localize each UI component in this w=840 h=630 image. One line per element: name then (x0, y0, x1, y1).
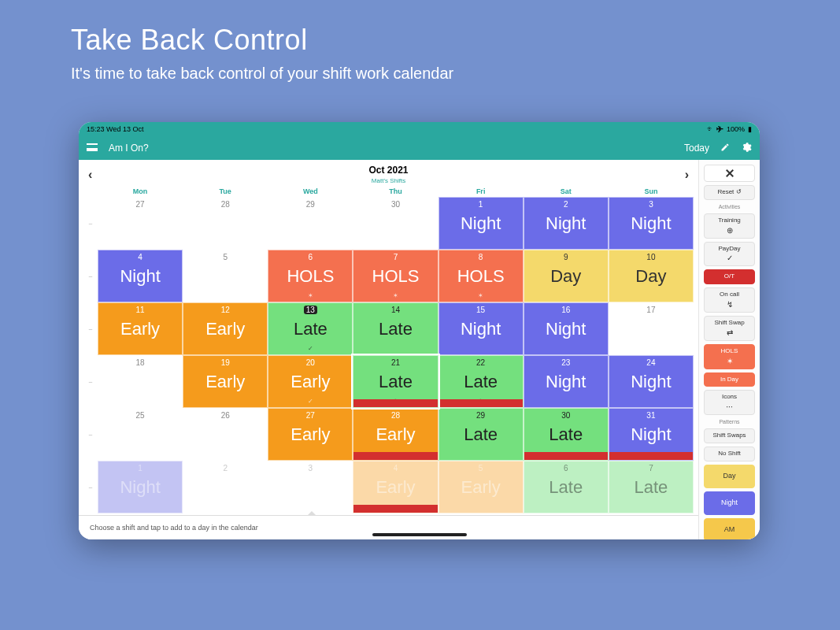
sidebar-oncall[interactable]: On call↯ (704, 287, 755, 313)
sidebar-training[interactable]: Training⊕ (704, 213, 755, 239)
shift-label: Early (376, 424, 415, 445)
calendar-cell[interactable]: 27Early (268, 408, 353, 461)
calendar-cell[interactable]: 31Night (609, 408, 694, 461)
sidebar-payday[interactable]: PayDay✓ (704, 242, 755, 267)
calendar-cell[interactable]: 9Day (524, 250, 609, 302)
day-header: Tue (183, 187, 268, 195)
payday-icon: ✓ (727, 254, 733, 262)
shift-label: Night (631, 213, 671, 234)
calendar-cell[interactable]: 30Late (524, 408, 609, 461)
menu-icon[interactable] (87, 143, 98, 154)
cell-annotation: ✶ (308, 292, 313, 299)
week-gutter: – (83, 461, 98, 513)
today-button[interactable]: Today (684, 143, 709, 154)
sidebar-close[interactable] (704, 165, 755, 182)
sidebar-icons[interactable]: Icons··· (704, 390, 755, 415)
sidebar-day[interactable]: Day (704, 465, 755, 488)
shift-label: Early (376, 477, 415, 498)
calendar-cell[interactable]: 4Night (98, 250, 183, 302)
shift-label: Late (549, 424, 583, 445)
shift-label: HOLS (287, 266, 334, 287)
calendar-cell[interactable]: 1Night (98, 461, 183, 513)
oncall-icon: ↯ (727, 300, 733, 309)
calendar-cell[interactable]: 6HOLS✶ (268, 250, 353, 302)
calendar-cell[interactable]: 3 (268, 461, 353, 513)
calendar-cell[interactable]: 28Early (353, 408, 438, 461)
training-icon: ⊕ (727, 226, 733, 235)
calendar-cell[interactable]: 15Night (439, 302, 524, 355)
shift-label: Night (631, 424, 671, 445)
shift-label: Early (461, 477, 501, 498)
icons-icon: ··· (726, 402, 732, 411)
shift-label: Late (464, 424, 498, 445)
calendar-cell[interactable]: 23Night (524, 355, 609, 408)
week-gutter: – (83, 302, 98, 355)
calendar-cell[interactable]: 20Early✓ (268, 355, 353, 408)
cell-annotation: ✶ (478, 292, 483, 299)
calendar-cell[interactable]: 28 (183, 197, 268, 250)
week-gutter: – (83, 197, 98, 250)
shift-label: Late (379, 319, 413, 339)
calendar-cell[interactable]: 3Night (609, 197, 694, 250)
sidebar-noshift[interactable]: No Shift (704, 447, 755, 461)
calendar-cell[interactable]: 29 (268, 197, 353, 250)
calendar-cell[interactable]: 5Early (439, 461, 524, 513)
day-header: Wed (268, 187, 353, 195)
next-month-button[interactable]: › (685, 168, 689, 182)
shift-label: Night (546, 372, 586, 392)
calendar-cell[interactable]: 27 (98, 197, 183, 250)
shift-label: Late (635, 477, 668, 498)
shift-label: Late (464, 372, 498, 392)
calendar-cell[interactable]: 25 (98, 408, 183, 461)
day-header: Mon (98, 187, 183, 195)
hero-subtitle: It's time to take back control of your s… (71, 65, 793, 83)
calendar-cell[interactable]: 19Early (183, 355, 268, 408)
calendar-cell[interactable]: 16Night (524, 302, 609, 355)
day-header: Sun (609, 187, 694, 195)
sidebar-ot[interactable]: O/T (704, 269, 755, 284)
close-icon (725, 169, 735, 178)
calendar-cell[interactable]: 14Late (353, 302, 438, 355)
edit-icon[interactable] (720, 143, 730, 154)
sidebar-swap[interactable]: Shift Swap⇄ (704, 316, 755, 341)
sidebar-swaps[interactable]: Shift Swaps (704, 428, 755, 443)
shift-label: Night (120, 477, 160, 498)
device-frame: 15:23 Wed 13 Oct ᯤ ✈ 100% ▮ Am I On? Tod… (79, 122, 760, 539)
day-header: Sat (524, 187, 609, 195)
calendar-cell[interactable]: 6Late (524, 461, 609, 513)
sidebar-inday[interactable]: In Day (704, 372, 755, 387)
sidebar-reset[interactable]: Reset ↺ (704, 185, 755, 200)
calendar-cell[interactable]: 24Night (609, 355, 694, 408)
calendar-cell[interactable]: 5 (183, 250, 268, 302)
sidebar-header: Patterns (704, 418, 755, 425)
day-header: Fri (439, 187, 524, 195)
calendar-cell[interactable]: 7HOLS✶ (353, 250, 438, 302)
shift-label: Night (461, 319, 501, 339)
calendar-cell[interactable]: 2 (183, 461, 268, 513)
calendar-cell[interactable]: 30 (353, 197, 438, 250)
calendar-cell[interactable]: 8HOLS✶ (439, 250, 524, 302)
sidebar-am[interactable]: AM (704, 518, 755, 539)
wifi-icon: ᯤ ✈ (707, 125, 723, 133)
cell-bar (524, 452, 608, 460)
calendar-cell[interactable]: 13Late✓ (268, 302, 353, 355)
sidebar-hols[interactable]: HOLS✶ (704, 344, 755, 369)
settings-icon[interactable] (741, 142, 752, 155)
calendar-cell[interactable]: 11Early (98, 302, 183, 355)
calendar-cell[interactable]: 29Late (439, 408, 524, 461)
calendar-cell[interactable]: 4Early○ (353, 461, 438, 513)
calendar-cell[interactable]: 18 (98, 355, 183, 408)
shift-label: Late (294, 319, 327, 339)
calendar-cell[interactable]: 17 (609, 302, 694, 355)
calendar-cell[interactable]: 26 (183, 408, 268, 461)
calendar-cell[interactable]: 22Late⊘ (439, 355, 524, 408)
schedule-name: Matt's Shifts (92, 177, 684, 184)
calendar-cell[interactable]: 10Day (609, 250, 694, 302)
sidebar-night[interactable]: Night (704, 491, 755, 515)
calendar-cell[interactable]: 12Early (183, 302, 268, 355)
calendar-cell[interactable]: 1Night (439, 197, 524, 250)
calendar-cell[interactable]: 7Late (609, 461, 694, 513)
battery-icon: ▮ (748, 125, 752, 133)
calendar-cell[interactable]: 2Night (524, 197, 609, 250)
calendar-cell[interactable]: 21Late⊘ (353, 355, 438, 408)
